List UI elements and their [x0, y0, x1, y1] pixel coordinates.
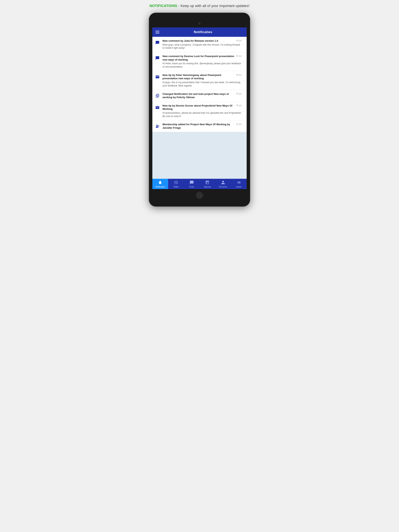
tab-label-personen: Personen [219, 186, 227, 188]
notification-item[interactable]: Membership added for Project New Ways Of… [152, 120, 247, 132]
tablet-camera [199, 22, 200, 24]
notif-icon-mail [154, 74, 161, 80]
list-icon [237, 180, 241, 185]
notification-item[interactable]: Changed Notification list and todo proje… [152, 90, 247, 102]
person-icon [221, 180, 225, 185]
notif-title: New comment by Julia for Release version… [162, 39, 235, 43]
notif-date: 30 jun [236, 93, 242, 95]
notif-header-row: New comment by Julia for Release version… [162, 39, 242, 43]
page-title-highlight: NOTIFICATIONS [149, 4, 177, 8]
chevron-right-icon: › [243, 43, 244, 46]
tablet-frame: Notificaties New comment by Julia for Re… [149, 13, 250, 207]
tab-label-notificaties: Notificaties [155, 186, 165, 188]
notif-content: New comment by Desiree Luck for Powerpoi… [162, 55, 242, 69]
notification-item[interactable]: New comment by Julia for Release version… [152, 37, 247, 52]
notif-date: 30 jun [236, 74, 242, 76]
notif-icon-mail [154, 104, 161, 111]
page-title-subtitle: - Keep up with all of your important upd… [177, 4, 250, 8]
notif-header-row: New comment by Desiree Luck for Powerpoi… [162, 55, 242, 61]
notif-content: New tip by Dennis Grover about Projectbr… [162, 104, 242, 118]
chevron-right-icon: › [243, 109, 244, 113]
tab-label-lijsten: Lijsten [236, 186, 242, 188]
notif-body: Hi Peter, thank you for sharing this. @e… [162, 62, 242, 69]
chevron-right-icon: › [243, 94, 244, 97]
notif-icon-chat [154, 39, 161, 46]
notif-content: New tip by Peter Hemmingway about Powerp… [162, 73, 242, 88]
calendar-icon [205, 180, 209, 185]
tab-tijdlijn[interactable]: Tijdlijn [168, 179, 184, 189]
notification-item[interactable]: New comment by Desiree Luck for Powerpoi… [152, 52, 247, 71]
history-icon [174, 180, 178, 185]
bell-icon [158, 180, 162, 185]
chevron-right-icon: › [243, 60, 244, 63]
tab-notificaties[interactable]: Notificaties [152, 179, 168, 189]
tab-chats[interactable]: Chats [184, 179, 200, 189]
notif-body: Hi teammembers, please be advised that I… [162, 111, 242, 118]
notif-body: Wow guys, what a progress. Congrats with… [162, 43, 242, 50]
notification-item[interactable]: New tip by Dennis Grover about Projectbr… [152, 102, 247, 120]
tab-agenda[interactable]: Agenda [200, 179, 215, 189]
header-title: Notificaties [162, 30, 244, 34]
chevron-right-icon: › [243, 79, 244, 82]
notif-header-row: Changed Notification list and todo proje… [162, 92, 242, 99]
notif-date: 28 jun [236, 123, 242, 125]
tab-bar: Notificaties Tijdlijn Chats Agenda [152, 179, 247, 189]
notif-date: 30 jun [236, 55, 242, 57]
tablet-screen: Notificaties New comment by Julia for Re… [152, 27, 247, 189]
notif-title: Changed Notification list and todo proje… [162, 92, 235, 99]
notif-icon-copy [154, 93, 161, 99]
notif-date: 30 jun [236, 39, 242, 42]
notif-title: New tip by Peter Hemmingway about Powerp… [162, 73, 235, 80]
page-title: NOTIFICATIONS - Keep up with all of your… [149, 4, 250, 8]
notification-list: New comment by Julia for Release version… [152, 37, 247, 132]
tab-personen[interactable]: Personen [215, 179, 231, 189]
tablet-home-button[interactable] [196, 192, 203, 199]
notif-content: Changed Notification list and todo proje… [162, 92, 242, 99]
notif-content: New comment by Julia for Release version… [162, 39, 242, 50]
notif-title: Membership added for Project New Ways Of… [162, 123, 235, 129]
tab-lijsten[interactable]: Lijsten [231, 179, 247, 189]
notif-header-row: New tip by Dennis Grover about Projectbr… [162, 104, 242, 111]
notif-icon-chat [154, 55, 161, 61]
notif-content: Membership added for Project New Ways Of… [162, 123, 242, 129]
notif-date: 28 jun [236, 104, 242, 107]
notif-header-row: New tip by Peter Hemmingway about Powerp… [162, 73, 242, 80]
tab-label-agenda: Agenda [204, 186, 211, 188]
notif-header-row: Membership added for Project New Ways Of… [162, 123, 242, 129]
app-header: Notificaties [152, 27, 247, 37]
notif-title: New tip by Dennis Grover about Projectbr… [162, 104, 235, 111]
empty-area [152, 132, 247, 179]
chat-icon [190, 180, 194, 185]
tab-label-chats: Chats [189, 186, 194, 188]
chevron-right-icon: › [243, 125, 244, 128]
notif-body: Hi guys, this is my presentation that I … [162, 81, 242, 88]
svg-point-2 [156, 125, 158, 126]
menu-icon[interactable] [155, 31, 159, 33]
notif-title: New comment by Desiree Luck for Powerpoi… [162, 55, 235, 61]
notif-icon-person-add [154, 123, 161, 129]
notification-item[interactable]: New tip by Peter Hemmingway about Powerp… [152, 71, 247, 90]
tab-label-tijdlijn: Tijdlijn [173, 186, 179, 188]
